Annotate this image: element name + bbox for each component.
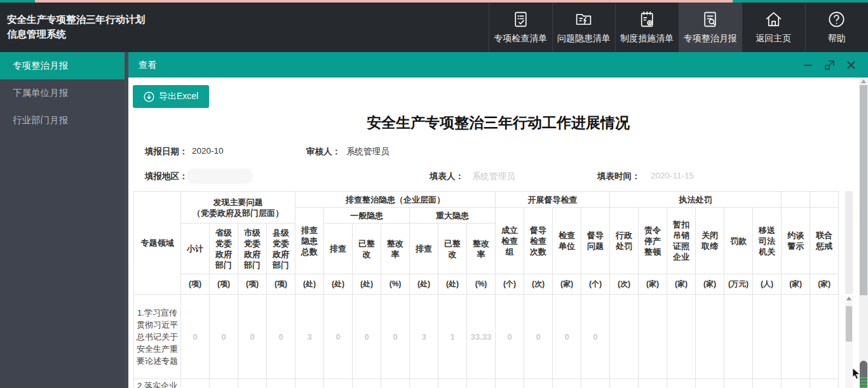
value-cell xyxy=(667,295,696,379)
handle-stripes xyxy=(860,377,867,388)
reviewer-label: 审核人： xyxy=(306,146,341,157)
value-cell xyxy=(210,379,238,388)
unit-header: (家) xyxy=(696,274,724,295)
value-cell: 0 xyxy=(210,295,238,379)
column-header: 已整改 xyxy=(438,224,467,274)
topnav: 专项检查清单问题隐患清单制度措施清单专项整治月报返回主页帮助 xyxy=(489,3,868,52)
column-header: 排查整治隐患（企业层面） xyxy=(295,192,496,208)
page-scroll-up-arrow-icon[interactable] xyxy=(861,79,866,83)
close-icon[interactable] xyxy=(846,60,857,70)
fill-time-value: 2020-11-15 xyxy=(651,171,694,180)
column-header: 关闭取缔 xyxy=(696,208,724,274)
value-cell xyxy=(238,379,267,388)
value-cell: 0 xyxy=(353,295,381,379)
scroll-up-arrow-icon[interactable] xyxy=(846,297,851,300)
topic-cell: 2.落实企业 xyxy=(134,379,181,388)
column-header: 暂扣吊销证照企业 xyxy=(667,208,696,274)
value-cell: 0 xyxy=(324,295,353,379)
value-cell xyxy=(810,295,839,379)
region-value-redacted xyxy=(187,168,253,184)
view-tab-title: 查看 xyxy=(139,59,157,71)
unit-header: (%) xyxy=(381,274,410,295)
topnav-item-label: 专项整治月报 xyxy=(684,33,737,44)
value-cell: 1 xyxy=(438,295,467,379)
app-title-line2: 信息管理系统 xyxy=(7,27,267,41)
column-header: 检查单位 xyxy=(553,208,581,274)
value-cell xyxy=(610,379,639,388)
download-circle-icon xyxy=(144,91,154,102)
topnav-item-problem-hazard-list[interactable]: 问题隐患清单 xyxy=(552,3,616,52)
value-cell xyxy=(496,379,524,388)
value-cell: 0 xyxy=(553,295,581,379)
top-header-bar: 安全生产专项整治三年行动计划 信息管理系统 专项检查清单问题隐患清单制度措施清单… xyxy=(0,3,868,52)
mouse-cursor xyxy=(852,368,860,382)
column-header: 罚款 xyxy=(724,208,753,274)
report-table: 专题领域发现主要问题 （党委政府及部门层面）排查整治隐患（企业层面）开展督导检查… xyxy=(133,191,839,388)
clipboard-gear-icon xyxy=(638,9,656,29)
window-controls xyxy=(803,60,857,70)
column-header: 督导问题 xyxy=(581,208,610,274)
column-header: 督导检查次数 xyxy=(524,208,553,274)
column-header: 责令停产整顿 xyxy=(639,208,667,274)
report-date-label: 填报日期： xyxy=(145,146,188,157)
table-scrollbar-thumb[interactable] xyxy=(846,306,852,342)
report-title: 安全生产专项整治三年行动工作进展情况 xyxy=(128,113,868,133)
export-excel-button[interactable]: 导出Excel xyxy=(133,85,209,108)
table-row: 1.学习宣传贯彻习近平总书记关于安全生产重要论述专题000030003133.3… xyxy=(134,295,839,379)
topnav-item-label: 帮助 xyxy=(828,33,846,44)
topnav-item-system-measures-list[interactable]: 制度措施清单 xyxy=(615,3,679,52)
topic-cell: 1.学习宣传贯彻习近平总书记关于安全生产重要论述专题 xyxy=(134,295,181,379)
page-scrollbar-thumb[interactable] xyxy=(860,85,867,295)
app-window: 安全生产专项整治三年行动计划 信息管理系统 专项检查清单问题隐患清单制度措施清单… xyxy=(0,0,868,388)
unit-header: (家) xyxy=(810,274,839,295)
value-cell: 0 xyxy=(381,295,410,379)
column-header: 发现主要问题 （党委政府及部门层面） xyxy=(181,192,295,224)
topnav-item-back-home[interactable]: 返回主页 xyxy=(742,3,805,52)
column-header xyxy=(810,192,839,208)
value-cell xyxy=(438,379,467,388)
column-header: 行政处罚 xyxy=(610,208,639,274)
value-cell xyxy=(553,379,581,388)
doc-search-icon xyxy=(701,9,719,29)
value-cell xyxy=(810,379,839,388)
topnav-item-special-inspection-list[interactable]: 专项检查清单 xyxy=(489,3,552,52)
page-scrollbar[interactable] xyxy=(859,77,868,388)
unit-header: (人) xyxy=(753,274,782,295)
column-header: 小计 xyxy=(181,224,210,274)
unit-header: (家) xyxy=(782,274,810,295)
column-header: 移送司法机关 xyxy=(753,208,782,274)
sidebar-item-industry-dept-monthly[interactable]: 行业部门月报 xyxy=(0,107,125,134)
minimize-icon[interactable] xyxy=(803,60,813,70)
sidebar-item-subordinate-unit-monthly[interactable]: 下属单位月报 xyxy=(0,79,125,107)
unit-header: (万元) xyxy=(724,274,753,295)
sidebar: 专项整治月报下属单位月报行业部门月报 xyxy=(0,52,125,388)
value-cell: 33.33 xyxy=(467,295,496,379)
topnav-item-label: 专项检查清单 xyxy=(494,33,547,44)
app-title-line1: 安全生产专项整治三年行动计划 xyxy=(7,12,267,27)
value-cell: 3 xyxy=(410,295,438,379)
value-cell xyxy=(753,295,782,379)
value-cell xyxy=(381,379,410,388)
region-label: 填报地区： xyxy=(145,171,188,182)
topnav-item-label: 返回主页 xyxy=(756,33,791,44)
topnav-item-special-monthly-report[interactable]: 专项整治月报 xyxy=(679,3,742,52)
home-icon xyxy=(764,9,783,29)
value-cell xyxy=(353,379,381,388)
report-panel: 导出Excel 安全生产专项整治三年行动工作进展情况 填报日期： 2020-10… xyxy=(128,77,868,388)
value-cell: 0 xyxy=(238,295,267,379)
value-cell xyxy=(724,295,753,379)
unit-header: (处) xyxy=(353,274,381,295)
column-header: 已整改 xyxy=(353,224,381,274)
sidebar-item-special-monthly-report[interactable]: 专项整治月报 xyxy=(0,52,125,79)
value-cell: 0 xyxy=(267,295,295,379)
value-cell xyxy=(696,379,724,388)
column-header: 省级党委政府部门 xyxy=(210,224,238,274)
column-header: 成立检查组 xyxy=(496,208,524,274)
page-scrollbar-handle[interactable] xyxy=(860,361,867,388)
maximize-icon[interactable] xyxy=(824,60,835,70)
column-header: 县级党委政府部门 xyxy=(267,224,295,274)
value-cell xyxy=(667,379,696,388)
topnav-item-help[interactable]: 帮助 xyxy=(805,3,868,52)
value-cell xyxy=(696,295,724,379)
column-header: 排查隐患总数 xyxy=(295,208,324,274)
